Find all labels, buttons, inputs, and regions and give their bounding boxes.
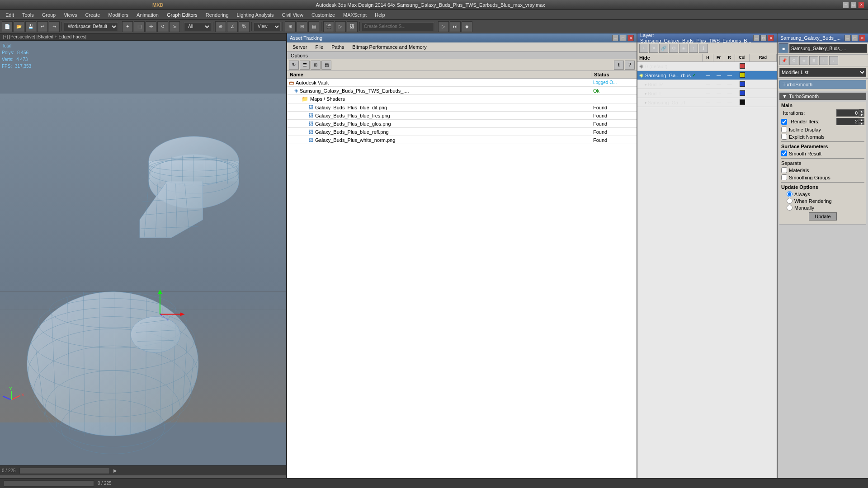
always-radio[interactable]	[787, 191, 793, 197]
mod-pin-button[interactable]: 📌	[779, 56, 788, 65]
mod-move-down-button[interactable]: ↓	[829, 56, 838, 65]
asset-info-button[interactable]: ℹ	[614, 61, 624, 70]
align-button[interactable]: ⊟	[297, 21, 307, 32]
modifier-turbosmooth-item[interactable]: TurboSmooth	[779, 80, 866, 89]
layer-mgr-button[interactable]: ▤	[308, 21, 319, 32]
layer-samsung-rl-hide[interactable]: —	[703, 100, 713, 105]
layer-budl-render[interactable]: —	[724, 91, 735, 96]
render-setup-button[interactable]: 🎬	[323, 21, 334, 32]
asset-tree[interactable]: 🗃 Autodesk Vault Logged O... ◈ Samsung_G…	[287, 79, 637, 478]
menu-animation[interactable]: Animation	[133, 11, 162, 19]
percent-snap-button[interactable]: %	[239, 21, 250, 32]
explicit-normals-checkbox[interactable]	[781, 134, 787, 140]
create-selection-input[interactable]	[362, 22, 434, 31]
menu-views[interactable]: Views	[60, 11, 80, 19]
asset-menu-file[interactable]: File	[311, 43, 327, 51]
layer-row-samsung[interactable]: ◉ Samsung_Ga....rbus ✓ — — —	[637, 71, 777, 80]
asset-row-maps[interactable]: 📁 Maps / Shaders	[287, 95, 637, 103]
menu-civil-view[interactable]: Civil View	[278, 11, 307, 19]
next-frame-button[interactable]: ⏭	[450, 21, 461, 32]
menu-edit[interactable]: Edit	[2, 11, 18, 19]
layers-select-button[interactable]: ◈	[679, 44, 688, 53]
select-region-button[interactable]: ⬚	[134, 21, 145, 32]
mod-close-button[interactable]: ✕	[859, 35, 865, 41]
layer-row-samsung-rl[interactable]: ◦ Samsung_Ga...rl — — —	[637, 98, 777, 107]
object-color-swatch[interactable]: ■	[778, 43, 788, 53]
asset-menu-bitmap[interactable]: Bitmap Performance and Memory	[349, 43, 430, 51]
asset-maximize-button[interactable]: □	[620, 35, 626, 41]
redo-button[interactable]: ↪	[49, 21, 60, 32]
turbosmooth-section-header[interactable]: ▼ TurboSmooth	[779, 93, 866, 100]
menu-help[interactable]: Help	[371, 11, 389, 19]
layers-link-button[interactable]: 🔗	[659, 44, 668, 53]
modifier-list-dropdown[interactable]: Modifier List	[779, 68, 866, 77]
select-object-button[interactable]: ✦	[122, 21, 133, 32]
layer-budl-hide[interactable]: —	[703, 91, 713, 96]
menu-graph-editors[interactable]: Graph Editors	[163, 11, 201, 19]
asset-table-view-button[interactable]: ▤	[321, 61, 331, 70]
minimize-button[interactable]: ─	[843, 2, 849, 8]
layers-info-button[interactable]: ℹ	[699, 44, 708, 53]
asset-options-label[interactable]: Options	[291, 53, 308, 58]
menu-group[interactable]: Group	[38, 11, 60, 19]
layer-samsung-hide[interactable]: —	[703, 73, 713, 78]
layers-close-button[interactable]: ✕	[768, 35, 774, 41]
render-iters-up[interactable]: ▲	[859, 118, 864, 122]
save-button[interactable]: 💾	[25, 21, 36, 32]
iterations-up[interactable]: ▲	[859, 109, 864, 113]
iterations-input[interactable]	[836, 109, 859, 117]
layers-list[interactable]: ◉ 0 (default) ◉ Samsung_Ga....rbus ✓ —	[637, 62, 777, 478]
scale-button[interactable]: ⇲	[169, 21, 180, 32]
layer-budr-color[interactable]	[735, 81, 750, 88]
asset-help-button[interactable]: ?	[625, 61, 635, 70]
manually-radio[interactable]	[787, 205, 793, 211]
menu-rendering[interactable]: Rendering	[202, 11, 232, 19]
layer-budr-render[interactable]: —	[724, 82, 735, 87]
selection-filter-dropdown[interactable]: All	[184, 22, 211, 31]
render-frame-button[interactable]: 🖼	[347, 21, 358, 32]
menu-modifiers[interactable]: Modifiers	[104, 11, 132, 19]
close-button[interactable]: ✕	[858, 2, 864, 8]
asset-menu-server[interactable]: Server	[289, 43, 311, 51]
layers-maximize-button[interactable]: □	[760, 35, 767, 41]
angle-snap-button[interactable]: ∠	[227, 21, 238, 32]
when-rendering-radio[interactable]	[787, 198, 793, 204]
layers-move-button[interactable]: ↑	[689, 44, 698, 53]
layer-budl-freeze[interactable]: —	[713, 91, 724, 96]
render-iters-down[interactable]: ▼	[859, 122, 864, 125]
play-button[interactable]: ▷	[438, 21, 449, 32]
asset-row-samsung[interactable]: ◈ Samsung_Galaxy_Buds_Plus_TWS_Earbuds_.…	[287, 87, 637, 95]
menu-create[interactable]: Create	[81, 11, 104, 19]
layers-minimize-button[interactable]: ─	[753, 35, 760, 41]
open-button[interactable]: 📂	[14, 21, 24, 32]
asset-row-file-1[interactable]: 🖼 Galaxy_Buds_Plus_blue_fres.png Found	[287, 112, 637, 120]
menu-lighting-analysis[interactable]: Lighting Analysis	[233, 11, 278, 19]
view-dropdown[interactable]: View	[254, 22, 281, 31]
mod-move-up-button[interactable]: ↑	[819, 56, 828, 65]
mod-delete-button[interactable]: 🗑	[809, 56, 818, 65]
smoothing-groups-checkbox[interactable]	[781, 174, 787, 180]
menu-customize[interactable]: Customize	[308, 11, 339, 19]
layer-samsung-render[interactable]: —	[724, 73, 735, 78]
materials-checkbox[interactable]	[781, 167, 787, 173]
mod-make-unique-button[interactable]: ◈	[799, 56, 808, 65]
mod-configure-button[interactable]: ⚙	[789, 56, 798, 65]
layer-budl-color[interactable]	[735, 90, 750, 97]
asset-refresh-button[interactable]: ↻	[289, 61, 299, 70]
layer-samsung-freeze[interactable]: —	[713, 73, 724, 78]
update-button[interactable]: Update	[809, 212, 836, 221]
undo-button[interactable]: ↩	[37, 21, 48, 32]
rotate-button[interactable]: ↺	[157, 21, 168, 32]
play-forward-icon[interactable]: ▶	[113, 468, 117, 473]
maximize-button[interactable]: □	[850, 2, 857, 8]
asset-detail-view-button[interactable]: ⊞	[311, 61, 321, 70]
asset-row-file-0[interactable]: 🖼 Galaxy_Buds_Plus_blue_dif.png Found	[287, 103, 637, 112]
render-iters-checkbox[interactable]	[781, 119, 787, 125]
mirror-button[interactable]: ⊞	[285, 21, 296, 32]
layer-samsung-color[interactable]	[735, 72, 750, 79]
asset-close-button[interactable]: ✕	[627, 35, 634, 41]
layer-default-color[interactable]	[735, 63, 750, 70]
menu-tools[interactable]: Tools	[19, 11, 38, 19]
viewport-canvas[interactable]: Total Polys: 8 456 Verts: 4 473 FPS: 317…	[0, 41, 286, 475]
smooth-result-checkbox[interactable]	[781, 150, 787, 156]
